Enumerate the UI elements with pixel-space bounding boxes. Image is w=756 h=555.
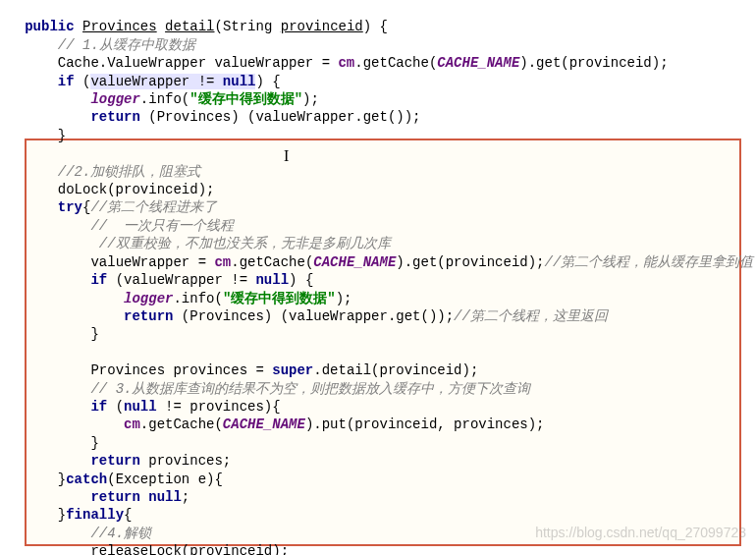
code: ).get(provinceid); <box>396 254 544 270</box>
const-cache-name: CACHE_NAME <box>313 254 396 270</box>
kw-if: if <box>58 74 75 89</box>
code: (valueWrapper != <box>107 272 255 288</box>
kw-null: null <box>255 272 289 288</box>
code: != provinces){ <box>157 399 281 415</box>
comment: //第二个线程，这里返回 <box>454 308 608 324</box>
kw-return: return <box>124 308 173 324</box>
kw-return: return <box>90 109 139 125</box>
code: ); <box>336 291 352 306</box>
code: ).put(provinceid, provinces); <box>305 416 545 432</box>
code: .getCache( <box>231 254 313 270</box>
kw-try: try <box>58 199 82 215</box>
kw-if: if <box>90 399 107 415</box>
code: ) { <box>289 272 313 288</box>
kw-public: public <box>25 19 74 34</box>
code: .getCache( <box>354 55 437 71</box>
method-name: detail <box>165 19 214 34</box>
field-logger: logger <box>124 291 173 306</box>
comment: //2.加锁排队，阻塞式 <box>58 164 201 180</box>
code: ).get(provinceid); <box>519 55 668 71</box>
code-block: public Provinces detail(String provincei… <box>0 0 756 555</box>
kw-return: return <box>90 453 139 469</box>
code: releaseLock(provinceid); <box>90 543 289 555</box>
kw-super: super <box>272 362 313 378</box>
code: ; <box>182 489 189 505</box>
comment: //第二个线程进来了 <box>90 199 217 215</box>
field-cm: cm <box>338 55 354 71</box>
const-cache-name: CACHE_NAME <box>437 55 519 71</box>
field-cm: cm <box>124 416 140 432</box>
string: "缓存中得到数据" <box>223 291 336 306</box>
code: .info( <box>140 91 189 107</box>
kw-null: null <box>124 399 157 415</box>
kw-null: null <box>223 74 256 89</box>
kw-if: if <box>90 272 107 288</box>
field-cm: cm <box>214 254 231 270</box>
code: doLock(provinceid); <box>58 182 215 197</box>
param-name: provinceid <box>281 19 363 34</box>
const-cache-name: CACHE_NAME <box>223 416 305 432</box>
comment: //4.解锁 <box>90 526 151 541</box>
kw-finally: finally <box>66 507 124 523</box>
code: .info( <box>173 291 222 306</box>
comment: // 一次只有一个线程 <box>90 218 234 234</box>
param-type: String <box>223 19 272 34</box>
code: (Exception e){ <box>107 472 223 487</box>
comment: //第二个线程，能从缓存里拿到值？ <box>545 254 756 270</box>
kw-return: return <box>90 489 139 505</box>
code: Provinces provinces = <box>90 362 272 378</box>
kw-null: null <box>140 489 182 505</box>
code: .detail(provinceid); <box>313 362 478 378</box>
code: valueWrapper = <box>90 254 214 270</box>
code: (Provinces) (valueWrapper.get()); <box>173 308 454 324</box>
code: ( <box>107 399 124 415</box>
kw-catch: catch <box>66 472 107 487</box>
return-type: Provinces <box>82 19 157 34</box>
comment: //双重校验，不加也没关系，无非是多刷几次库 <box>99 236 391 251</box>
expr: valueWrapper != <box>90 74 222 89</box>
code: .getCache( <box>140 416 223 432</box>
code: provinces; <box>140 453 231 469</box>
code: ); <box>302 91 319 107</box>
code: Cache.ValueWrapper valueWrapper = <box>58 55 339 71</box>
field-logger: logger <box>90 91 139 107</box>
string: "缓存中得到数据" <box>189 91 302 107</box>
comment: // 3.从数据库查询的结果不为空，则把数据放入缓存中，方便下次查询 <box>90 381 530 397</box>
comment: // 1.从缓存中取数据 <box>58 37 195 53</box>
code: (Provinces) (valueWrapper.get()); <box>140 109 421 125</box>
